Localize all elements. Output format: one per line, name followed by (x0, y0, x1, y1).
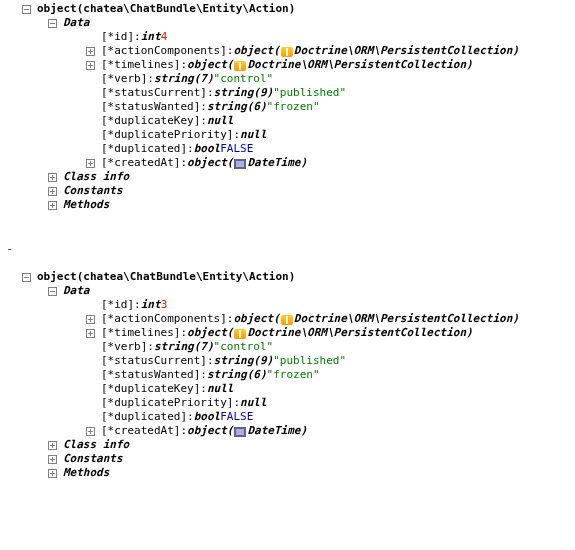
prop-value: 3 (161, 298, 168, 312)
prop-status-wanted: [*statusWanted]: string(6) "frozen" (4, 100, 575, 114)
prop-verb: [*verb]: string(7) "control" (4, 340, 575, 354)
plus-icon[interactable] (86, 61, 95, 70)
prop-key: [*timelines]: (101, 326, 187, 340)
class-info-section[interactable]: Class info (4, 170, 575, 184)
prop-type: null (207, 382, 234, 396)
constants-section[interactable]: Constants (4, 452, 575, 466)
plus-icon[interactable] (86, 159, 95, 168)
section-label: Data (63, 16, 90, 30)
data-section[interactable]: Data (4, 16, 575, 30)
prop-class: DateTime) (247, 156, 307, 170)
prop-key: [*createdAt]: (101, 156, 187, 170)
prop-key: [*duplicated]: (101, 410, 194, 424)
object-header[interactable]: object(chatea\ChatBundle\Entity\Action) (4, 2, 575, 16)
minus-icon[interactable] (48, 19, 57, 28)
plus-icon[interactable] (86, 329, 95, 338)
symfony-icon (281, 315, 293, 325)
prop-duplicate-priority: [*duplicatePriority]: null (4, 128, 575, 142)
prop-created-at[interactable]: [*createdAt]: object( DateTime) (4, 156, 575, 170)
methods-section[interactable]: Methods (4, 466, 575, 480)
plus-icon[interactable] (48, 469, 57, 478)
prop-value: FALSE (220, 410, 253, 424)
plus-icon[interactable] (86, 47, 95, 56)
prop-key: [*duplicatePriority]: (101, 396, 240, 410)
prop-class: Doctrine\ORM\PersistentCollection) (294, 312, 519, 326)
prop-class: Doctrine\ORM\PersistentCollection) (247, 326, 472, 340)
prop-type: bool (194, 410, 221, 424)
plus-icon[interactable] (86, 427, 95, 436)
prop-action-components[interactable]: [*actionComponents]: object( Doctrine\OR… (4, 312, 575, 326)
data-section[interactable]: Data (4, 284, 575, 298)
prop-key: [*duplicateKey]: (101, 382, 207, 396)
prop-value: "control" (214, 72, 274, 86)
object-class: object(chatea\ChatBundle\Entity\Action) (37, 270, 295, 284)
datetime-icon (234, 427, 246, 437)
plus-icon[interactable] (48, 201, 57, 210)
prop-key: [*actionComponents]: (101, 312, 233, 326)
prop-value: FALSE (220, 142, 253, 156)
prop-type: string(6) (207, 368, 267, 382)
prop-type: null (240, 396, 267, 410)
prop-status-wanted: [*statusWanted]: string(6) "frozen" (4, 368, 575, 382)
prop-class: Doctrine\ORM\PersistentCollection) (247, 58, 472, 72)
prop-type: object( (187, 156, 233, 170)
prop-key: [*duplicatePriority]: (101, 128, 240, 142)
prop-value: "frozen" (267, 100, 320, 114)
prop-type: bool (194, 142, 221, 156)
prop-verb: [*verb]: string(7) "control" (4, 72, 575, 86)
prop-timelines[interactable]: [*timelines]: object( Doctrine\ORM\Persi… (4, 326, 575, 340)
prop-duplicate-priority: [*duplicatePriority]: null (4, 396, 575, 410)
plus-icon[interactable] (48, 187, 57, 196)
prop-type: int (141, 30, 161, 44)
datetime-icon (234, 159, 246, 169)
section-label: Class info (63, 170, 129, 184)
prop-duplicate-key: [*duplicateKey]: null (4, 114, 575, 128)
minus-icon[interactable] (22, 5, 31, 14)
prop-created-at[interactable]: [*createdAt]: object( DateTime) (4, 424, 575, 438)
prop-type: null (207, 114, 234, 128)
prop-key: [*id]: (101, 30, 141, 44)
prop-key: [*id]: (101, 298, 141, 312)
prop-value: "control" (214, 340, 274, 354)
prop-duplicated: [*duplicated]: bool FALSE (4, 410, 575, 424)
prop-key: [*timelines]: (101, 58, 187, 72)
plus-icon[interactable] (86, 315, 95, 324)
prop-type: string(9) (214, 86, 274, 100)
prop-type: int (141, 298, 161, 312)
prop-type: object( (187, 326, 233, 340)
section-label: Constants (63, 452, 123, 466)
methods-section[interactable]: Methods (4, 198, 575, 212)
prop-key: [*statusWanted]: (101, 100, 207, 114)
constants-section[interactable]: Constants (4, 184, 575, 198)
prop-type: string(9) (214, 354, 274, 368)
prop-action-components[interactable]: [*actionComponents]: object( Doctrine\OR… (4, 44, 575, 58)
prop-type: string(6) (207, 100, 267, 114)
prop-key: [*statusCurrent]: (101, 354, 214, 368)
prop-key: [*verb]: (101, 340, 154, 354)
prop-type: object( (233, 44, 279, 58)
symfony-icon (234, 329, 246, 339)
minus-icon[interactable] (22, 273, 31, 282)
prop-id: [*id]: int 4 (4, 30, 575, 44)
prop-type: string(7) (154, 340, 214, 354)
plus-icon[interactable] (48, 441, 57, 450)
prop-status-current: [*statusCurrent]: string(9) "published" (4, 86, 575, 100)
prop-value: "published" (273, 354, 346, 368)
prop-type: null (240, 128, 267, 142)
object-header[interactable]: object(chatea\ChatBundle\Entity\Action) (4, 270, 575, 284)
prop-key: [*duplicateKey]: (101, 114, 207, 128)
section-label: Methods (63, 466, 109, 480)
plus-icon[interactable] (48, 173, 57, 182)
prop-value: 4 (161, 30, 168, 44)
minus-icon[interactable] (48, 287, 57, 296)
prop-timelines[interactable]: [*timelines]: object( Doctrine\ORM\Persi… (4, 58, 575, 72)
prop-type: object( (187, 424, 233, 438)
prop-key: [*actionComponents]: (101, 44, 233, 58)
prop-key: [*createdAt]: (101, 424, 187, 438)
prop-key: [*statusWanted]: (101, 368, 207, 382)
section-label: Data (63, 284, 90, 298)
prop-key: [*verb]: (101, 72, 154, 86)
plus-icon[interactable] (48, 455, 57, 464)
prop-duplicated: [*duplicated]: bool FALSE (4, 142, 575, 156)
class-info-section[interactable]: Class info (4, 438, 575, 452)
